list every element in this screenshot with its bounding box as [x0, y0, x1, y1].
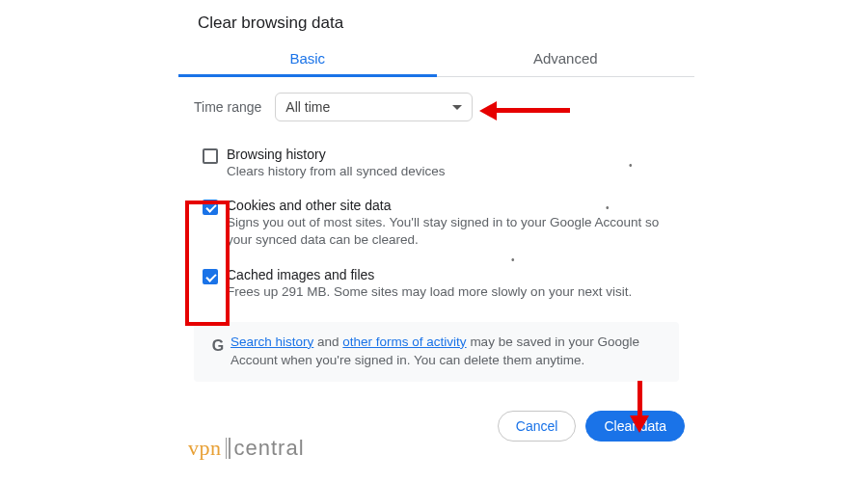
tab-label: Advanced — [533, 50, 598, 67]
vpncentral-watermark: vpn central — [188, 436, 305, 461]
tab-basic[interactable]: Basic — [178, 42, 437, 76]
other-activity-link[interactable]: other forms of activity — [342, 335, 466, 349]
time-range-value: All time — [285, 99, 330, 115]
option-browsing-history: Browsing history Clears history from all… — [188, 143, 685, 194]
option-cookies: Cookies and other site data Signs you ou… — [188, 194, 685, 262]
watermark-divider-icon — [226, 438, 231, 459]
cache-checkbox[interactable] — [203, 269, 218, 284]
option-cache: Cached images and files Frees up 291 MB.… — [188, 263, 685, 314]
tab-label: Basic — [289, 50, 325, 67]
option-desc: Frees up 291 MB. Some sites may load mor… — [227, 283, 679, 301]
tab-advanced[interactable]: Advanced — [437, 42, 695, 76]
chevron-down-icon — [452, 105, 462, 110]
search-history-link[interactable]: Search history — [231, 335, 313, 349]
info-text: Search history and other forms of activi… — [231, 334, 665, 370]
clear-data-button[interactable]: Clear data — [585, 411, 685, 442]
watermark-left: vpn — [188, 436, 222, 461]
option-desc: Clears history from all synced devices — [227, 163, 679, 180]
google-account-info: G Search history and other forms of acti… — [194, 322, 679, 382]
watermark-right: central — [234, 436, 305, 461]
dialog-body: Time range All time Browsing history Cle… — [178, 77, 694, 382]
option-title: Browsing history — [227, 147, 679, 162]
option-desc: Signs you out of most sites. You'll stay… — [227, 214, 679, 249]
dialog-title: Clear browsing data — [178, 10, 694, 42]
google-icon: G — [205, 334, 231, 370]
cancel-button[interactable]: Cancel — [498, 411, 577, 442]
time-range-row: Time range All time — [188, 93, 685, 121]
option-title: Cookies and other site data — [227, 198, 679, 213]
browsing-history-checkbox[interactable] — [203, 148, 218, 164]
option-title: Cached images and files — [227, 267, 679, 282]
tab-bar: Basic Advanced — [178, 42, 694, 77]
time-range-label: Time range — [194, 99, 261, 115]
cookies-checkbox[interactable] — [203, 200, 218, 215]
clear-browsing-data-dialog: Clear browsing data Basic Advanced Time … — [178, 10, 694, 451]
time-range-select[interactable]: All time — [275, 93, 473, 121]
